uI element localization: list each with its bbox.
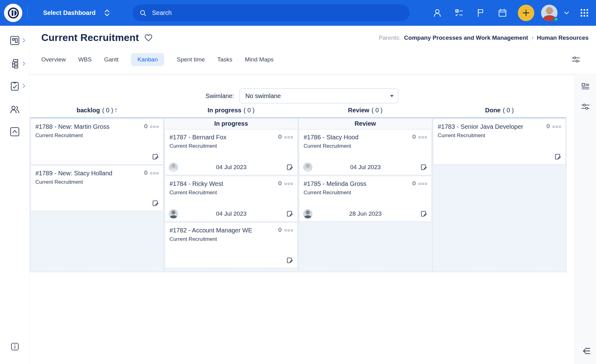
card-title[interactable]: #1787 - Bernard Fox xyxy=(169,133,226,141)
card-count: 0 xyxy=(412,180,416,187)
column-header-done[interactable]: Done( 0 ) xyxy=(432,107,567,114)
user-avatar[interactable] xyxy=(541,5,558,21)
column-header-backlog[interactable]: backlog( 0 ) xyxy=(30,107,164,114)
edit-note-icon[interactable] xyxy=(420,210,428,218)
card-count: 0 xyxy=(144,123,148,130)
column-count: ( 0 ) xyxy=(102,107,113,114)
tab-kanban[interactable]: Kanban xyxy=(131,53,164,66)
tab-tasks[interactable]: Tasks xyxy=(217,53,232,66)
column-name: backlog xyxy=(77,107,100,114)
tab-spent-time[interactable]: Spent time xyxy=(177,53,205,66)
tab-gantt[interactable]: Gantt xyxy=(104,53,118,66)
column-count: ( 0 ) xyxy=(371,107,383,114)
info-icon[interactable] xyxy=(0,338,29,355)
tasks-checklist-icon[interactable] xyxy=(450,4,468,22)
tab-wbs[interactable]: WBS xyxy=(78,53,92,66)
collapse-panel-icon[interactable] xyxy=(579,344,592,358)
kanban-card[interactable]: #1784 - Ricky West0Current Recruitment04… xyxy=(165,176,297,222)
card-menu-icon[interactable] xyxy=(150,172,159,174)
search-input[interactable] xyxy=(151,9,403,17)
kanban-card[interactable]: #1783 - Senior Java Developer0Current Re… xyxy=(433,119,566,164)
swimlane-row: Swimlane: No swimlane xyxy=(29,88,574,103)
app-logo-icon[interactable] xyxy=(4,4,22,22)
edit-note-icon[interactable] xyxy=(151,153,159,161)
assignee-avatar[interactable] xyxy=(303,163,312,172)
breadcrumb-link[interactable]: Human Resources xyxy=(537,34,589,41)
card-project: Current Recruitment xyxy=(169,143,293,149)
profile-icon[interactable] xyxy=(428,4,446,22)
search-bar[interactable] xyxy=(132,4,410,21)
assignee-avatar[interactable] xyxy=(169,163,178,172)
card-title[interactable]: #1783 - Senior Java Developer xyxy=(438,123,523,131)
card-footer: 04 Jul 2023 xyxy=(303,162,428,172)
select-dashboard-button[interactable]: Select Dashboard xyxy=(41,0,112,26)
card-menu-icon[interactable] xyxy=(150,125,159,128)
edit-note-icon[interactable] xyxy=(420,163,428,171)
sidebar-item-tasks[interactable] xyxy=(0,77,29,95)
card-title[interactable]: #1782 - Account Manager WE xyxy=(169,227,252,234)
calendar-icon[interactable] xyxy=(494,4,511,22)
card-due-date: 04 Jul 2023 xyxy=(216,210,246,217)
sidebar-item-users[interactable] xyxy=(0,101,29,118)
sidebar-item-project-tree[interactable] xyxy=(0,55,29,72)
card-project: Current Recruitment xyxy=(304,143,427,149)
edit-note-icon[interactable] xyxy=(554,153,562,161)
kanban-card[interactable]: #1782 - Account Manager WE0Current Recru… xyxy=(165,222,297,268)
card-menu-icon[interactable] xyxy=(285,182,293,185)
column-header-in-progress[interactable]: In progress( 0 ) xyxy=(164,107,298,114)
breadcrumb-links: Company Processes and Work Management›Hu… xyxy=(404,34,589,41)
card-title[interactable]: #1788 - New: Martin Gross xyxy=(35,123,110,131)
favorite-heart-icon[interactable] xyxy=(144,34,153,42)
swimlane-select[interactable]: No swimlane xyxy=(240,88,398,103)
select-dashboard-label: Select Dashboard xyxy=(43,9,96,16)
card-menu-icon[interactable] xyxy=(419,136,427,138)
card-count: 0 xyxy=(278,133,282,140)
edit-note-icon[interactable] xyxy=(151,199,159,207)
kanban-column-in-progress: In progress#1787 - Bernard Fox0Current R… xyxy=(164,118,298,272)
detail-layout-icon[interactable] xyxy=(579,80,592,93)
kanban-card[interactable]: #1787 - Bernard Fox0Current Recruitment0… xyxy=(165,129,297,175)
kanban-card[interactable]: #1789 - New: Stacy Holland0Current Recru… xyxy=(31,165,163,211)
card-title[interactable]: #1789 - New: Stacy Holland xyxy=(35,169,112,177)
account-chevron-down-icon[interactable] xyxy=(562,4,571,22)
card-footer: 04 Jul 2023 xyxy=(169,209,294,219)
card-title[interactable]: #1785 - Melinda Gross xyxy=(304,180,366,188)
card-project: Current Recruitment xyxy=(169,190,293,196)
kanban-column-done: #1783 - Senior Java Developer0Current Re… xyxy=(432,118,566,272)
card-menu-icon[interactable] xyxy=(419,182,427,185)
card-menu-icon[interactable] xyxy=(553,125,561,128)
filters-sliders-icon[interactable] xyxy=(579,100,592,114)
assignee-avatar[interactable] xyxy=(303,209,312,218)
edit-note-icon[interactable] xyxy=(286,256,294,264)
edit-note-icon[interactable] xyxy=(286,210,294,218)
column-header-review[interactable]: Review( 0 ) xyxy=(298,107,432,114)
card-title[interactable]: #1784 - Ricky West xyxy=(169,180,223,188)
chevron-right-icon xyxy=(22,38,25,43)
kanban-card[interactable]: #1786 - Stacy Hood0Current Recruitment04… xyxy=(299,129,432,175)
kanban-card[interactable]: #1788 - New: Martin Gross0Current Recrui… xyxy=(31,119,163,164)
card-menu-icon[interactable] xyxy=(285,229,293,231)
edit-note-icon[interactable] xyxy=(286,163,294,171)
card-count: 0 xyxy=(412,133,416,140)
sidebar-item-collapse-up[interactable] xyxy=(0,123,29,140)
tab-overview[interactable]: Overview xyxy=(41,53,66,66)
topbar-divider xyxy=(27,7,28,19)
card-footer: 28 Jun 2023 xyxy=(303,209,428,219)
apps-grid-icon[interactable] xyxy=(576,4,593,22)
card-footer xyxy=(35,152,159,162)
sort-arrows-icon[interactable] xyxy=(115,108,117,113)
breadcrumb-link[interactable]: Company Processes and Work Management xyxy=(404,34,528,41)
board-settings-icon[interactable] xyxy=(571,55,580,64)
card-menu-icon[interactable] xyxy=(285,136,293,138)
tabs-row: OverviewWBSGanttKanbanSpent timeTasksMin… xyxy=(41,53,588,66)
card-title[interactable]: #1786 - Stacy Hood xyxy=(304,133,359,141)
kanban-column-review: Review#1786 - Stacy Hood0Current Recruit… xyxy=(298,118,432,272)
tab-mind-maps[interactable]: Mind Maps xyxy=(245,53,274,66)
flag-icon[interactable] xyxy=(472,4,489,22)
card-footer xyxy=(169,255,294,265)
kanban-card[interactable]: #1785 - Melinda Gross0Current Recruitmen… xyxy=(299,176,432,222)
assignee-avatar[interactable] xyxy=(169,209,178,218)
kanban-board: #1788 - New: Martin Gross0Current Recrui… xyxy=(30,117,567,272)
add-button[interactable] xyxy=(518,5,534,21)
sidebar-item-dashboards[interactable] xyxy=(0,32,29,49)
